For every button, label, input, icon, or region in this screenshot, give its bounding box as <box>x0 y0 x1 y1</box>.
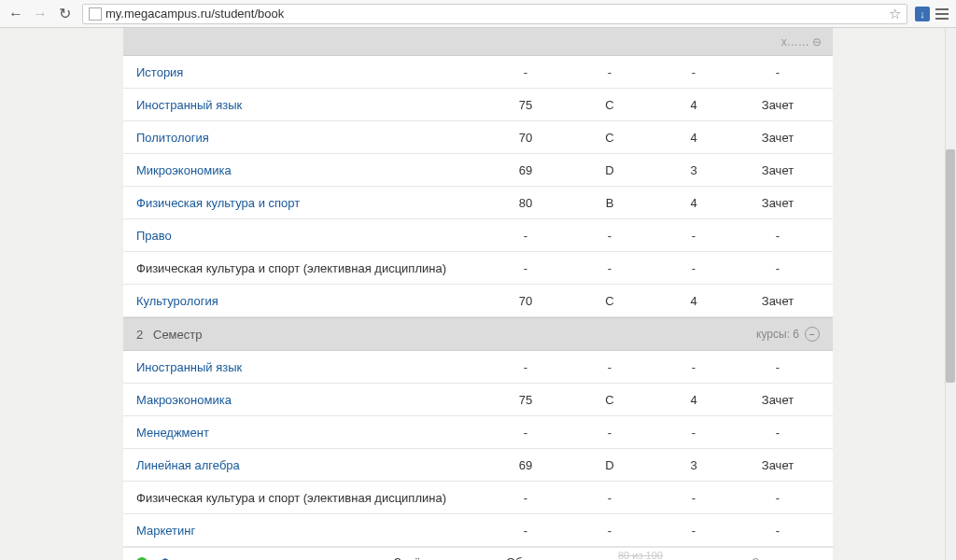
course-letter: C <box>568 98 652 112</box>
course-letter: - <box>568 524 652 538</box>
back-button[interactable]: ← <box>6 4 26 24</box>
course-score: 75 <box>484 393 568 407</box>
partial-header-text: х…… ⊖ <box>781 35 822 49</box>
course-row: Физическая культура и спорт (элективная … <box>123 482 833 514</box>
course-name[interactable]: Линейная алгебра <box>136 458 484 472</box>
course-name[interactable]: История <box>136 65 484 79</box>
course-score: 70 <box>484 131 568 145</box>
course-row: История---- <box>123 56 833 89</box>
course-row: Физическая культура и спорт (элективная … <box>123 252 833 285</box>
bottom-status-cut: «Зачтено» <box>730 555 820 560</box>
course-credit: 4 <box>652 98 736 112</box>
semester-header[interactable]: 2 Семестр курсы: 6 − <box>123 317 833 351</box>
course-result: Зачет <box>736 458 820 472</box>
course-score: - <box>484 261 568 275</box>
bottom-status-row: Физическая культура и спорт Зачёт Обучен… <box>123 547 833 560</box>
course-row: Макроэкономика75C4Зачет <box>123 384 833 416</box>
course-name[interactable]: Маркетинг <box>136 524 484 538</box>
course-score: 75 <box>484 98 568 112</box>
scrollbar-thumb[interactable] <box>946 149 955 383</box>
course-letter: C <box>568 131 652 145</box>
course-score: - <box>484 524 568 538</box>
course-credit: - <box>652 524 736 538</box>
page-viewport: х…… ⊖ История----Иностранный язык75C4Зач… <box>0 28 956 560</box>
course-credit: 4 <box>652 196 736 210</box>
course-row: Иностранный язык---- <box>123 351 833 384</box>
course-name: Физическая культура и спорт (элективная … <box>136 261 484 275</box>
course-row: Право---- <box>123 219 833 252</box>
page-icon <box>89 7 102 21</box>
bottom-mode: Обучение <box>506 555 618 560</box>
course-name[interactable]: Иностранный язык <box>136 98 484 112</box>
scrollbar-track[interactable] <box>945 28 956 560</box>
course-result: Зачет <box>736 196 820 210</box>
collapse-icon[interactable]: − <box>805 327 820 342</box>
course-result: - <box>736 491 820 505</box>
course-credit: 3 <box>652 458 736 472</box>
bottom-progress-cut: 80 из 100 <box>618 550 663 560</box>
course-credit: 4 <box>652 131 736 145</box>
course-name[interactable]: Микроэкономика <box>136 163 484 177</box>
gradebook-content: х…… ⊖ История----Иностранный язык75C4Зач… <box>123 28 833 560</box>
course-name[interactable]: Иностранный язык <box>136 360 484 374</box>
course-credit: - <box>652 229 736 243</box>
course-letter: D <box>568 458 652 472</box>
bottom-course-link[interactable]: Физическая культура и спорт <box>161 555 394 560</box>
course-letter: D <box>568 163 652 177</box>
course-letter: - <box>568 360 652 374</box>
course-credit: - <box>652 360 736 374</box>
course-row: Культурология70C4Зачет <box>123 285 833 317</box>
course-letter: - <box>568 65 652 79</box>
bottom-type: Зачёт <box>394 555 506 560</box>
semester-number: 2 <box>136 328 153 342</box>
course-result: Зачет <box>736 294 820 308</box>
course-name[interactable]: Культурология <box>136 294 484 308</box>
course-row: Линейная алгебра69D3Зачет <box>123 449 833 482</box>
reload-button[interactable]: ↻ <box>54 4 75 24</box>
browser-toolbar: ← → ↻ my.megacampus.ru/student/book ☆ ↓ <box>0 0 956 28</box>
forward-button[interactable]: → <box>30 4 50 24</box>
course-name[interactable]: Политология <box>136 131 484 145</box>
url-text: my.megacampus.ru/student/book <box>105 7 885 21</box>
course-score: 70 <box>484 294 568 308</box>
course-row: Менеджмент---- <box>123 416 833 449</box>
course-score: - <box>484 491 568 505</box>
course-result: Зачет <box>736 163 820 177</box>
course-name[interactable]: Макроэкономика <box>136 393 484 407</box>
course-letter: - <box>568 426 652 440</box>
course-credit: 4 <box>652 393 736 407</box>
course-row: Иностранный язык75C4Зачет <box>123 89 833 121</box>
status-dot-icon <box>136 557 148 561</box>
url-bar[interactable]: my.megacampus.ru/student/book ☆ <box>82 4 907 24</box>
course-credit: 3 <box>652 163 736 177</box>
download-icon[interactable]: ↓ <box>915 7 930 21</box>
course-score: - <box>484 65 568 79</box>
course-result: - <box>736 261 820 275</box>
course-row: Маркетинг---- <box>123 514 833 547</box>
partial-header-row: х…… ⊖ <box>123 28 833 56</box>
course-score: 69 <box>484 163 568 177</box>
course-result: - <box>736 65 820 79</box>
course-name[interactable]: Право <box>136 229 484 243</box>
course-credit: - <box>652 491 736 505</box>
course-credit: - <box>652 426 736 440</box>
bookmark-star-icon[interactable]: ☆ <box>889 6 901 22</box>
menu-button[interactable] <box>934 7 950 21</box>
course-credit: 4 <box>652 294 736 308</box>
course-credit: - <box>652 65 736 79</box>
course-letter: C <box>568 393 652 407</box>
course-letter: - <box>568 491 652 505</box>
course-result: - <box>736 229 820 243</box>
course-row: Политология70C4Зачет <box>123 121 833 154</box>
course-result: Зачет <box>736 131 820 145</box>
course-name[interactable]: Физическая культура и спорт <box>136 196 484 210</box>
course-name[interactable]: Менеджмент <box>136 426 484 440</box>
course-result: Зачет <box>736 393 820 407</box>
course-result: Зачет <box>736 98 820 112</box>
semester-courses-count: курсы: 6 <box>756 328 799 341</box>
course-letter: B <box>568 196 652 210</box>
course-letter: - <box>568 261 652 275</box>
course-letter: - <box>568 229 652 243</box>
course-row: Физическая культура и спорт80B4Зачет <box>123 187 833 219</box>
course-name: Физическая культура и спорт (элективная … <box>136 491 484 505</box>
